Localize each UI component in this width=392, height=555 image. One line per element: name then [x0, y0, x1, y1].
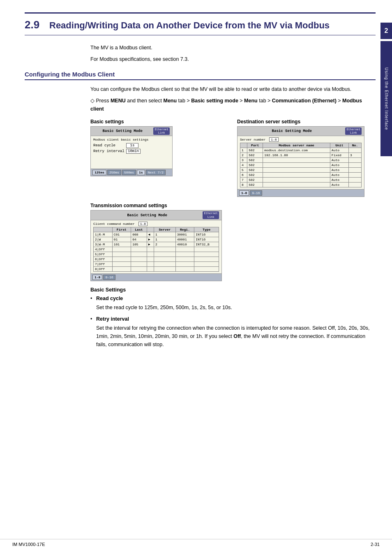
trans-footer-1-8[interactable]: 1-8 [92, 275, 102, 280]
trans-row-num: 5|Off [94, 252, 113, 257]
trans-row-last [131, 252, 147, 257]
footer-btn-500ms[interactable]: 500ms [122, 170, 136, 175]
trans-row-first [112, 247, 131, 252]
dest-row-num: 7 [240, 178, 247, 183]
trans-table-row: 7|Off [94, 262, 219, 267]
trans-row-type [194, 257, 219, 262]
trans-row-type [194, 247, 219, 252]
trans-row-last [131, 247, 147, 252]
trans-row-last [131, 257, 147, 262]
retry-interval-value: 10min [126, 149, 141, 154]
trans-col-first: First [112, 227, 131, 232]
read-cycle-title: Read cycle [96, 296, 123, 301]
intro-line2: For Modbus specifications, see section 7… [90, 55, 376, 63]
trans-row-num: 6|Off [94, 257, 113, 262]
basic-settings-screen: Basic Setting Mode EthernetLink Modbus c… [90, 126, 173, 177]
trans-row-type [194, 262, 219, 267]
dest-row-unit: Auto [330, 148, 348, 153]
trans-row-arrow [147, 252, 154, 257]
trans-screen-footer: 1-8 9-16 [91, 273, 221, 281]
col-unit: Unit [330, 143, 348, 148]
transmission-label: Transmission command settings [90, 203, 376, 208]
dest-row-unit: Auto [330, 178, 348, 183]
trans-row-num: 2|W [94, 237, 113, 242]
retry-interval-title: Retry interval [96, 316, 129, 322]
trans-row-regi [175, 252, 194, 257]
dest-row-port: 502 [247, 173, 263, 178]
trans-row-regi [175, 247, 194, 252]
trans-row-arrow [147, 257, 154, 262]
dest-row-unit: Fixed [330, 153, 348, 158]
footer-btn-125ms[interactable]: 125ms [92, 170, 106, 175]
trans-row-regi [175, 262, 194, 267]
read-cycle-text: Set the read cycle to 125m, 250m, 500m, … [96, 303, 376, 312]
body-step1: Press MENU and then select Menu tab > Ba… [90, 97, 376, 113]
footer-btn-next[interactable]: Next 7/2 [146, 170, 166, 175]
dest-table-row: 5 502 Auto [240, 168, 362, 173]
col-port: Port [247, 143, 263, 148]
section-title: Reading/Writing Data on Another Device f… [49, 20, 330, 32]
trans-ethernet-badge: EthernetLink [203, 211, 219, 219]
retry-interval-text: Set the interval for retrying the connec… [96, 324, 376, 349]
trans-col-arrow [147, 227, 154, 232]
footer-btn-1s[interactable]: 1s [137, 170, 145, 175]
bullet-retry-interval: Retry interval [90, 315, 376, 323]
client-cmd-row: Client command number 1-8 [93, 222, 219, 226]
trans-row-arrow: ► [147, 237, 154, 242]
dest-row-port: 502 [247, 148, 263, 153]
dest-table-row: 7 502 Auto [240, 178, 362, 183]
client-cmd-value: 1-8 [138, 222, 148, 226]
trans-screen-title: Basic Setting Mode [93, 213, 201, 217]
transmission-screen-block: Transmission command settings Basic Sett… [90, 203, 376, 281]
side-label: Using the Ethernet Interface [380, 41, 392, 156]
trans-row-last [131, 262, 147, 267]
dest-footer-1-8[interactable]: 1-8 [239, 190, 249, 196]
trans-table-row: 8|Off [94, 267, 219, 272]
trans-table-row: 6|Off [94, 257, 219, 262]
trans-col-type: Type [194, 227, 219, 232]
dest-row-no [348, 173, 361, 178]
footer-btn-250ms[interactable]: 250ms [107, 170, 121, 175]
dest-row-no [348, 178, 361, 183]
dest-row-name [263, 183, 330, 187]
basic-sub-label: Modbus client basic settings [93, 138, 170, 141]
trans-table-row: 1|R-M C01 008 ◄ 1 30001 INT16 [94, 232, 219, 237]
trans-row-regi [175, 257, 194, 262]
trans-row-arrow: ► [147, 242, 154, 247]
destination-settings-label: Destination server settings [237, 119, 376, 125]
dest-row-no [348, 158, 361, 163]
trans-col-server: Server [154, 227, 176, 232]
trans-row-server [154, 262, 176, 267]
dest-screen-footer: 1-8 9-16 [238, 189, 364, 197]
trans-footer-9-16[interactable]: 9-16 [103, 275, 115, 280]
trans-col-regi: Regi. [175, 227, 194, 232]
dest-row-num: 3 [240, 158, 247, 163]
retry-interval-label: Retry interval [93, 149, 126, 153]
destination-settings-screen: Basic Setting Mode EthernetLink Server n… [237, 126, 364, 197]
basic-screen-title: Basic Setting Mode [93, 129, 152, 133]
col-server-name: Modbus server name [263, 143, 330, 148]
trans-row-regi: 40010 [175, 242, 194, 247]
dest-row-name [263, 168, 330, 173]
dest-footer-9-16[interactable]: 9-16 [250, 190, 262, 196]
dest-row-unit: Auto [330, 158, 348, 163]
trans-row-first [112, 262, 131, 267]
trans-row-last [131, 267, 147, 272]
trans-row-server: 1 [154, 232, 176, 237]
trans-row-server: 2 [154, 242, 176, 247]
trans-row-arrow [147, 247, 154, 252]
dest-row-name [263, 158, 330, 163]
dest-row-unit: Auto [330, 163, 348, 168]
trans-row-first [112, 257, 131, 262]
trans-row-first [112, 252, 131, 257]
dest-row-no [348, 183, 361, 187]
trans-row-arrow [147, 262, 154, 267]
dest-row-num: 8 [240, 183, 247, 187]
dest-table-row: 2 502 192.168.1.80 Fixed 3 [240, 153, 362, 158]
dest-ethernet-badge: EthernetLink [345, 127, 362, 135]
dest-row-no: 3 [348, 153, 361, 158]
page-footer: IM MV1000-17E 2-31 [0, 539, 392, 547]
trans-row-last: 105 [131, 242, 147, 247]
dest-row-no [348, 163, 361, 168]
basic-screen-footer: 125ms 250ms 500ms 1s Next 7/2 [91, 169, 172, 176]
